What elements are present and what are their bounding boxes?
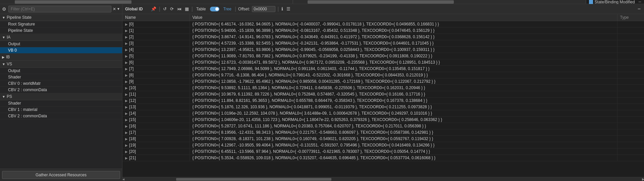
tree-content: ▼ Pipeline State Root Signature Pipeline…	[0, 14, 122, 169]
tree-button[interactable]: Tree	[222, 7, 233, 11]
history-icon[interactable]: ⟳	[169, 6, 174, 11]
left-scrollbar-thumb[interactable]	[15, 0, 132, 4]
scroll-right-arrow[interactable]: ▶	[642, 177, 644, 181]
grid-icon[interactable]: ▦	[184, 6, 190, 11]
tree-item-vs-output[interactable]: Output	[0, 68, 122, 74]
table-row[interactable]: ▶[9]{ POSITION0={ 12.0858, -1.79622, 85.…	[122, 78, 644, 85]
row-expand-icon[interactable]: ▶	[125, 99, 128, 103]
refresh-icon[interactable]: ↺	[162, 6, 167, 11]
section-label-ps: PS	[7, 94, 12, 99]
cell-value: { POSITION0={ 12.6723, -0.00381471, 89.5…	[190, 59, 617, 66]
table-row[interactable]: ▶[19]{ POSITION0={ 4.12967, -10.9505, 99…	[122, 142, 644, 148]
filter-input[interactable]	[8, 6, 111, 12]
section-label-pipeline-state: Pipeline State	[7, 15, 32, 20]
table-row[interactable]: ▶[11]{ POSITION0={ 10.9679, 6.11392, 89.…	[122, 91, 644, 98]
section-ib[interactable]: ▶ IB	[0, 54, 122, 61]
legend-color-box	[589, 0, 593, 4]
table-row[interactable]: ▶[21]{ POSITION0={ 5.3534, -0.558926, 10…	[122, 155, 644, 161]
right-scrollbar-track[interactable]	[293, 0, 586, 4]
info-icon[interactable]: ℹ	[281, 6, 284, 11]
bottom-scroll-track[interactable]	[124, 178, 642, 181]
row-expand-icon[interactable]: ▶	[125, 48, 128, 52]
table-row[interactable]: ▶[16]{ POSITION0={ 5.28727, 10.6741, 111…	[122, 123, 644, 129]
row-expand-icon[interactable]: ▶	[125, 124, 128, 128]
offset-input[interactable]	[252, 6, 275, 12]
row-expand-icon[interactable]: ▶	[125, 80, 128, 83]
table-row[interactable]: ▶[12]{ POSITION0={ 11.894, 8.82161, 95.3…	[122, 98, 644, 104]
filter-dropdown-icon[interactable]: ▼	[117, 7, 120, 11]
data-table-container[interactable]: Name Value Type ▶[0]{ POSITION0={ 6.4617…	[122, 14, 644, 177]
row-expand-icon[interactable]: ▶	[125, 73, 128, 77]
cell-type	[617, 129, 644, 136]
tree-item-root-signature[interactable]: Root Signature	[0, 21, 122, 27]
gear-icon[interactable]: ⚙	[2, 6, 6, 12]
row-expand-icon[interactable]: ▶	[125, 150, 128, 154]
table-row[interactable]: ▶[5]{ POSITION0={ 11.9089, -7.81793, 88.…	[122, 53, 644, 59]
tree-item-ps-cbv1[interactable]: CBV 1 : material	[0, 107, 122, 113]
table-row[interactable]: ▶[20]{ POSITION0={ 6.45511, -13.5966, 97…	[122, 148, 644, 155]
row-expand-icon[interactable]: ▶	[125, 143, 128, 147]
table-row[interactable]: ▶[17]{ POSITION0={ 8.19566, -12.4331, 98…	[122, 129, 644, 136]
cell-value: { POSITION0={ 7.00928, -8.18371, 101.238…	[190, 136, 617, 142]
cell-type	[617, 27, 644, 34]
row-expand-icon[interactable]: ▶	[125, 156, 128, 160]
left-panel: ⚙ ✕ ▼ ▼ Pipeline State Root Signature Pi…	[0, 4, 122, 181]
top-scrollbar-row: State/Binding Modified −	[0, 0, 644, 4]
table-tree-toggle[interactable]	[209, 7, 220, 11]
section-ia[interactable]: ▼ IA	[0, 34, 122, 41]
tree-item-vs-shader[interactable]: Shader	[0, 74, 122, 80]
row-expand-icon[interactable]: ▶	[125, 61, 128, 64]
row-expand-icon[interactable]: ▶	[125, 137, 128, 141]
tree-item-ps-cbv2[interactable]: CBV 2 : commonData	[0, 113, 122, 119]
first-icon[interactable]: ⏮	[176, 6, 182, 11]
row-expand-icon[interactable]: ▶	[125, 22, 128, 26]
tree-item-ps-shader[interactable]: Shader	[0, 100, 122, 107]
table-row[interactable]: ▶[14]{ POSITION0={ 1.0196e-20, 12.2592, …	[122, 110, 644, 117]
table-row[interactable]: ▶[13]{ POSITION0={ 5.1876, 12.326, 103.9…	[122, 104, 644, 110]
row-expand-icon[interactable]: ▶	[125, 118, 128, 122]
table-row[interactable]: ▶[8]{ POSITION0={ 9.7716, -8.1308, 86.40…	[122, 72, 644, 78]
table-row[interactable]: ▶[4]{ POSITION0={ 13.2397, -4.95821, 93.…	[122, 47, 644, 53]
menu-icon[interactable]: ☰	[286, 6, 291, 11]
collapse-icon[interactable]: −	[637, 6, 641, 12]
row-expand-icon[interactable]: ▶	[125, 54, 128, 58]
cell-name: ▶[17]	[122, 129, 190, 136]
tree-item-vs-cbv0[interactable]: CBV 0 : worldMatr	[0, 80, 122, 87]
tree-item-pipeline-state[interactable]: Pipeline State	[0, 27, 122, 34]
row-expand-icon[interactable]: ▶	[125, 29, 128, 33]
table-row[interactable]: ▶[15]{ POSITION0={ 1.04606e-20, 11.4358,…	[122, 117, 644, 123]
table-row[interactable]: ▶[10]{ POSITION0={ 9.53892, 5.1111, 85.1…	[122, 85, 644, 91]
table-button[interactable]: Table	[195, 7, 207, 11]
row-expand-icon[interactable]: ▶	[125, 131, 128, 134]
cell-value: { POSITION0={ 4.12967, -10.9505, 99.4064…	[190, 142, 617, 148]
cell-name: ▶[16]	[122, 123, 190, 129]
row-expand-icon[interactable]: ▶	[125, 93, 128, 96]
row-expand-icon[interactable]: ▶	[125, 105, 128, 109]
table-row[interactable]: ▶[2]{ POSITION0={ 3.86747, -14.9141, 96.…	[122, 34, 644, 40]
row-expand-icon[interactable]: ▶	[125, 86, 128, 90]
cell-type	[617, 53, 644, 59]
table-row[interactable]: ▶[7]{ POSITION0={ 12.7949, 2.06986, 94.5…	[122, 66, 644, 72]
bottom-scrollbar[interactable]: ◀ ▶	[122, 177, 644, 181]
section-pipeline-state[interactable]: ▼ Pipeline State	[0, 14, 122, 21]
gather-accessed-resources-button[interactable]: Gather Accessed Resources	[2, 171, 120, 179]
tree-item-vs-cbv2[interactable]: CBV 2 : commonData	[0, 87, 122, 93]
section-ps[interactable]: ▼ PS	[0, 93, 122, 100]
filter-clear-icon[interactable]: ✕	[113, 7, 116, 11]
row-expand-icon[interactable]: ▶	[125, 67, 128, 71]
table-row[interactable]: ▶[3]{ POSITION0={ 4.57239, -15.3388, 92.…	[122, 40, 644, 47]
right-scrollbar-thumb[interactable]	[308, 0, 454, 4]
table-row[interactable]: ▶[18]{ POSITION0={ 7.00928, -8.18371, 10…	[122, 136, 644, 142]
bottom-scroll-thumb[interactable]	[176, 178, 331, 181]
section-vs[interactable]: ▼ VS	[0, 61, 122, 68]
pin-icon[interactable]: 📌	[150, 6, 157, 11]
table-row[interactable]: ▶[0]{ POSITION0={ 6.46174, -16.0362, 94.…	[122, 21, 644, 27]
table-row[interactable]: ▶[6]{ POSITION0={ 12.6723, -0.00381471, …	[122, 59, 644, 66]
row-expand-icon[interactable]: ▶	[125, 112, 128, 115]
row-expand-icon[interactable]: ▶	[125, 35, 128, 39]
row-expand-icon[interactable]: ▶	[125, 42, 128, 45]
left-scrollbar-track[interactable]	[0, 0, 293, 4]
table-row[interactable]: ▶[1]{ POSITION0={ 5.94006, -15.1839, 96.…	[122, 27, 644, 34]
tree-item-ia-output[interactable]: Output	[0, 41, 122, 47]
tree-item-ia-vb0[interactable]: VB 0	[0, 47, 122, 54]
